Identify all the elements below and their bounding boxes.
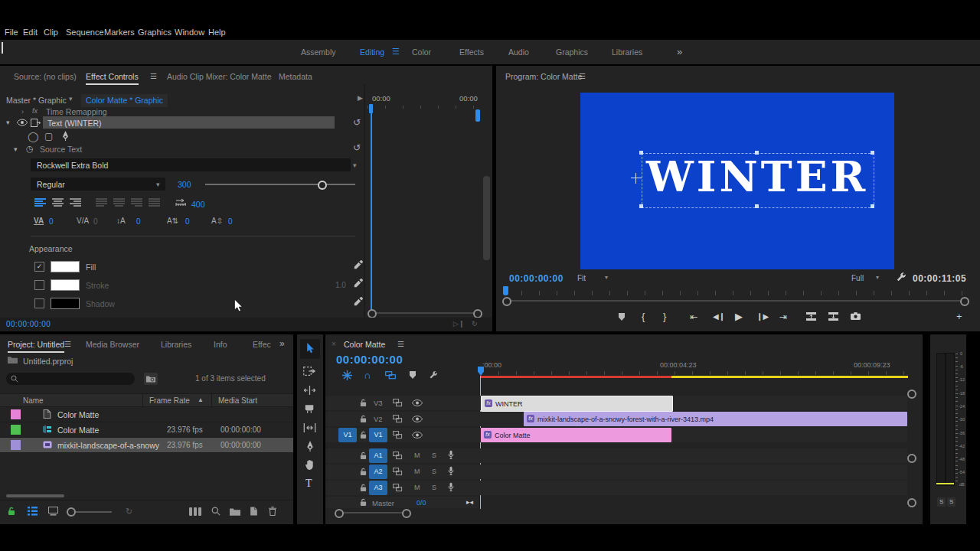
project-hscrollbar[interactable]	[6, 494, 64, 497]
anchor-point-crosshair[interactable]	[631, 173, 642, 184]
panel-overflow-chevron[interactable]: »	[279, 339, 285, 348]
workspace-color[interactable]: Color	[412, 48, 431, 57]
eye-icon[interactable]	[412, 399, 423, 406]
justify-last-right-icon[interactable]	[131, 198, 142, 207]
handle[interactable]	[755, 204, 759, 208]
ec-playhead-line[interactable]	[371, 112, 372, 312]
solo-left-button[interactable]: S	[937, 497, 946, 507]
selection-tool[interactable]	[300, 339, 320, 359]
lock-icon[interactable]	[360, 452, 367, 460]
handle[interactable]	[755, 151, 759, 155]
mute-button[interactable]: M	[414, 468, 420, 475]
font-size-value[interactable]: 300	[178, 181, 191, 189]
tab-info[interactable]: Info	[214, 341, 227, 349]
menu-clip[interactable]: Clip	[44, 28, 58, 37]
play-toggle-icon[interactable]: ▶	[358, 95, 363, 102]
program-playhead[interactable]	[503, 286, 508, 295]
label-color-swatch[interactable]	[11, 425, 21, 435]
track-v3-label[interactable]: V3	[374, 399, 383, 407]
voiceover-mic-icon[interactable]	[448, 466, 454, 476]
master-meter-value[interactable]: 0/0	[416, 500, 426, 507]
menu-markers[interactable]: Markers	[104, 28, 135, 37]
tab-libraries[interactable]: Libraries	[161, 341, 191, 349]
track-a2-target[interactable]: A2	[369, 465, 387, 479]
timeline-hscroll-handle[interactable]	[402, 509, 411, 518]
collapse-chevron-icon[interactable]: ▾	[14, 146, 18, 153]
step-forward-icon[interactable]: ❙▶	[756, 313, 769, 321]
timeline-marker-icon[interactable]	[410, 371, 416, 379]
clip-winter-graphic[interactable]: fxWINTER	[481, 396, 673, 412]
settings-wrench-icon[interactable]	[896, 272, 906, 282]
column-media-start[interactable]: Media Start	[218, 397, 257, 405]
program-timecode[interactable]: 00:00:00:00	[509, 274, 564, 283]
font-size-slider[interactable]	[205, 184, 355, 185]
tab-project[interactable]: Project: Untitled	[8, 341, 64, 353]
menu-graphics[interactable]: Graphics	[138, 28, 172, 37]
leading-value[interactable]: 0	[136, 218, 141, 226]
item-name[interactable]: Color Matte	[57, 411, 99, 419]
menu-edit[interactable]: Edit	[23, 28, 38, 37]
eye-icon[interactable]	[17, 119, 28, 126]
step-back-icon[interactable]: ◀❙	[713, 313, 725, 321]
tab-source-monitor[interactable]: Source: (no clips)	[14, 73, 77, 81]
icon-view-icon[interactable]	[48, 507, 58, 516]
pen-tool-icon[interactable]	[61, 131, 70, 141]
eye-icon[interactable]	[412, 416, 423, 422]
ec-scrollbar-vertical[interactable]	[483, 176, 490, 260]
chevron-down-icon[interactable]: ▾	[605, 275, 608, 281]
project-file-name[interactable]: Untitled.prproj	[23, 357, 73, 366]
timeline-vscroll-handle[interactable]	[907, 454, 916, 463]
timeline-hscroll-handle[interactable]	[335, 509, 344, 518]
new-item-icon[interactable]	[250, 507, 258, 516]
hand-tool[interactable]	[305, 459, 315, 470]
ec-mini-scrollbar[interactable]	[374, 312, 476, 314]
project-row-mixkit-selected[interactable]: mixkit-landscape-of-a-snowy 23.976 fps 0…	[0, 438, 293, 453]
menu-window[interactable]: Window	[175, 28, 204, 37]
reset-icon[interactable]: ↺	[353, 143, 361, 152]
stroke-color-swatch[interactable]	[51, 279, 80, 291]
program-panel-menu-icon[interactable]: ☰	[579, 73, 586, 80]
menu-file[interactable]: File	[5, 28, 18, 37]
project-row-color-matte-1[interactable]: Color Matte	[0, 407, 293, 422]
solo-button[interactable]: S	[432, 452, 436, 459]
align-left-icon[interactable]	[34, 198, 46, 207]
sync-lock-icon[interactable]	[393, 399, 403, 407]
stroke-checkbox[interactable]	[34, 280, 44, 290]
collapse-chevron-icon[interactable]: ▾	[6, 119, 10, 126]
collapse-chevron-icon[interactable]: ›	[21, 109, 24, 116]
playback-resolution-select[interactable]: Full	[851, 275, 864, 282]
clip-mixkit-video[interactable]: fxmixkit-landscape-of-a-snowy-forest-wit…	[524, 412, 907, 426]
label-color-swatch[interactable]	[11, 409, 21, 419]
stroke-width-value[interactable]: 1.0	[335, 282, 346, 289]
workspace-graphics[interactable]: Graphics	[556, 48, 588, 57]
snap-magnet-icon[interactable]: ∩	[364, 370, 371, 380]
source-patch-v1[interactable]: V1	[338, 428, 357, 442]
rectangle-tool-icon[interactable]: ▢	[44, 132, 53, 141]
sync-lock-icon[interactable]	[393, 431, 403, 439]
ellipse-tool-icon[interactable]: ◯	[28, 132, 39, 142]
justify-last-left-icon[interactable]	[96, 198, 107, 207]
button-editor-plus-icon[interactable]: +	[956, 311, 962, 321]
timeline-timecode[interactable]: 00:00:00:00	[336, 354, 403, 365]
align-center-icon[interactable]	[52, 198, 64, 207]
search-input[interactable]	[6, 373, 135, 385]
loop-icon[interactable]: ↻	[472, 321, 478, 328]
mute-button[interactable]: M	[414, 484, 420, 491]
tracking-pair-value[interactable]: 0	[93, 218, 98, 226]
sync-lock-icon[interactable]	[393, 415, 403, 423]
column-name[interactable]: Name	[23, 397, 44, 405]
track-select-forward-tool[interactable]	[303, 367, 316, 376]
eye-icon[interactable]	[412, 432, 423, 439]
track-v1-target[interactable]: V1	[369, 428, 387, 442]
active-clip-label[interactable]: Color Matte * Graphic	[81, 94, 168, 107]
sync-lock-icon[interactable]	[393, 468, 403, 476]
handle[interactable]	[871, 151, 874, 155]
handle[interactable]	[639, 151, 643, 155]
mute-button[interactable]: M	[414, 452, 420, 459]
item-name[interactable]: Color Matte	[57, 426, 99, 435]
column-frame-rate[interactable]: Frame Rate	[149, 397, 190, 405]
sync-lock-icon[interactable]	[393, 452, 403, 460]
zoom-level-select[interactable]: Fit	[577, 275, 586, 282]
zoom-handle-left[interactable]	[502, 297, 511, 306]
chevron-down-icon[interactable]: ▾	[353, 162, 357, 169]
